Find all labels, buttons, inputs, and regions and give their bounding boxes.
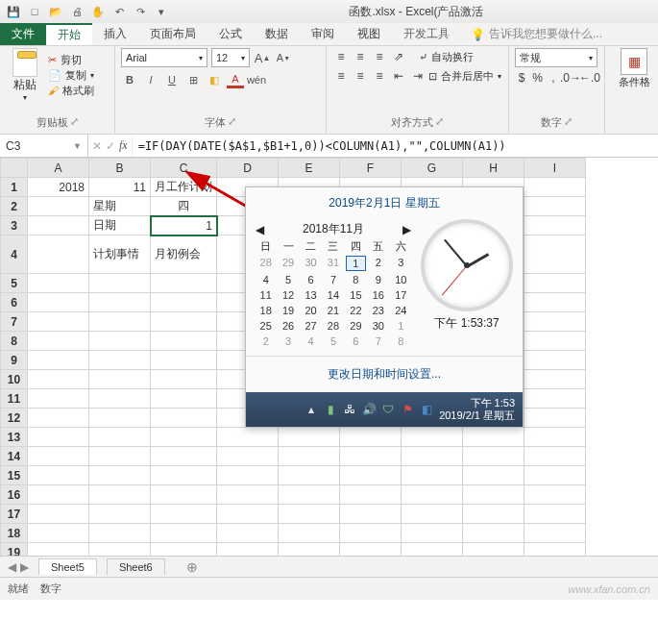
calendar-day[interactable]: 9 [368,273,388,286]
calendar-day[interactable]: 31 [323,256,343,271]
save-icon[interactable]: 💾 [4,2,23,21]
font-color-button[interactable]: A [227,71,244,88]
tab-file[interactable]: 文件 [0,23,46,45]
cell-C5[interactable] [151,274,217,293]
name-box[interactable]: C3 ▼ [0,135,88,157]
cell-F15[interactable] [340,466,402,485]
comma-button[interactable]: , [547,69,560,87]
align-left-button[interactable]: ≡ [332,67,350,85]
format-painter-button[interactable]: 🖌格式刷 [48,84,94,98]
sheet-nav-prev-icon[interactable]: ◀ [8,560,16,574]
cell-B4[interactable]: 计划事情 [89,235,151,274]
cell-C9[interactable] [151,351,217,370]
calendar-day[interactable]: 30 [301,256,321,271]
open-icon[interactable]: 📂 [46,2,65,21]
merge-center-button[interactable]: ⊡合并后居中▾ [428,69,501,84]
row-header[interactable]: 17 [1,505,28,524]
cell-D14[interactable] [217,447,279,466]
cell-B10[interactable] [89,370,151,389]
formula-input[interactable]: =IF(DAY(DATE($A$1,$B1+1,0))<COLUMN(A1),"… [133,135,658,157]
paste-button[interactable]: 粘贴 ▾ [6,48,44,102]
dialog-launcher-icon[interactable]: ⤢ [564,115,573,130]
calendar-day[interactable]: 4 [301,334,321,348]
tray-network-icon[interactable]: 🖧 [343,403,356,416]
cell-C3[interactable]: 1 [151,216,217,235]
cell-C8[interactable] [151,332,217,351]
cell-E14[interactable] [279,447,340,466]
cell-I16[interactable] [524,485,586,505]
row-header[interactable]: 4 [1,235,28,274]
calendar-day[interactable]: 1 [391,319,411,333]
cell-A5[interactable] [28,274,89,293]
cell-B13[interactable] [89,428,151,447]
tray-volume-icon[interactable]: 🔊 [362,403,376,416]
calendar-day[interactable]: 2 [368,256,388,271]
cell-F14[interactable] [340,447,402,466]
cell-B7[interactable] [89,312,151,332]
row-header[interactable]: 12 [1,409,28,428]
col-header[interactable]: A [28,159,89,178]
cell-I7[interactable] [524,312,586,332]
calendar-day[interactable]: 5 [323,334,343,348]
cell-E17[interactable] [279,505,340,524]
underline-button[interactable]: U [163,71,181,88]
calendar-day[interactable]: 8 [391,334,411,348]
cell-A10[interactable] [28,370,89,389]
cell-I15[interactable] [524,466,586,485]
tray-app-icon[interactable]: ◧ [420,403,433,416]
cell-B15[interactable] [89,466,151,485]
cell-A4[interactable] [28,235,89,274]
cell-B1[interactable]: 11 [89,178,151,197]
col-header[interactable]: B [89,159,151,178]
cell-A8[interactable] [28,332,89,351]
calendar-day[interactable]: 3 [278,334,298,348]
calendar-day[interactable]: 18 [256,304,276,317]
row-header[interactable]: 3 [1,216,28,235]
cell-C7[interactable] [151,312,217,332]
calendar-day[interactable]: 21 [323,304,343,317]
tab-view[interactable]: 视图 [346,23,392,45]
tab-data[interactable]: 数据 [254,23,300,45]
calendar-day[interactable]: 16 [368,288,388,302]
cell-E13[interactable] [279,428,340,447]
align-middle-button[interactable]: ≡ [352,48,369,65]
cell-A1[interactable]: 2018 [28,178,89,197]
copy-button[interactable]: 📄复制▾ [48,68,94,83]
undo-icon[interactable]: ↶ [110,2,129,21]
calendar-day[interactable]: 10 [391,273,411,286]
cut-button[interactable]: ✂剪切 [48,53,94,67]
col-header[interactable]: C [151,159,217,178]
tray-flag-icon[interactable]: ⚑ [401,403,414,416]
new-icon[interactable]: □ [25,2,44,21]
tray-chevron-up-icon[interactable]: ▴ [305,403,318,416]
cell-I6[interactable] [524,293,586,312]
row-header[interactable]: 7 [1,312,28,332]
tray-shield-icon[interactable]: 🛡 [381,403,395,416]
row-header[interactable]: 9 [1,351,28,370]
cell-I8[interactable] [524,332,586,351]
calendar-day[interactable]: 7 [323,273,343,286]
cell-H14[interactable] [463,447,524,466]
cell-B8[interactable] [89,332,151,351]
cell-B3[interactable]: 日期 [89,216,151,235]
calendar-day[interactable]: 2 [256,334,276,348]
calendar-day[interactable]: 22 [346,304,366,317]
row-header[interactable]: 2 [1,197,28,216]
cell-B16[interactable] [89,485,151,505]
cell-C1[interactable]: 月工作计划 [151,178,217,197]
qat-dropdown-icon[interactable]: ▾ [152,2,171,21]
calendar-day[interactable]: 13 [301,288,321,302]
calendar-day[interactable]: 20 [301,304,321,317]
row-header[interactable]: 16 [1,485,28,505]
calendar-day[interactable]: 11 [256,288,276,302]
cell-B11[interactable] [89,389,151,409]
cell-I18[interactable] [524,524,586,543]
calendar-day[interactable]: 27 [301,319,321,333]
italic-button[interactable]: I [142,71,159,88]
row-header[interactable]: 13 [1,428,28,447]
cell-C14[interactable] [151,447,217,466]
tab-insert[interactable]: 插入 [92,23,138,45]
row-header[interactable]: 15 [1,466,28,485]
calendar-day[interactable]: 23 [368,304,388,317]
calendar-day[interactable]: 8 [346,273,366,286]
